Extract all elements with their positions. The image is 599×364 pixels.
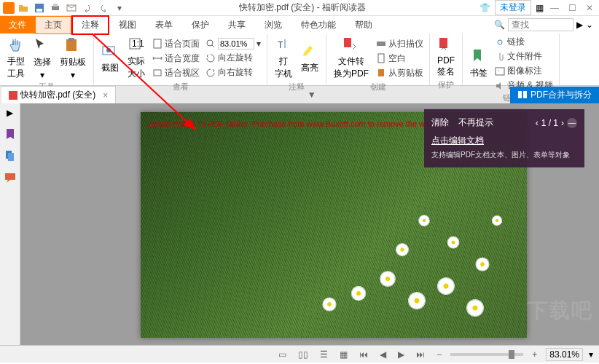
document-tab-label: 快转加密.pdf (安全) [20, 89, 95, 101]
convert-button[interactable]: 文件转 换为PDF [331, 35, 372, 82]
from-scanner-button[interactable]: 从扫描仪 [375, 37, 425, 51]
popup-close-icon[interactable]: — [567, 118, 577, 128]
search-input[interactable] [508, 18, 573, 31]
zoom-display[interactable]: 83.01% [546, 348, 583, 361]
ribbon-group-tools: 手型 工具 选择▾ 剪贴板▾ 工具 [0, 33, 94, 85]
tab-form[interactable]: 表单 [146, 16, 182, 34]
merge-icon [517, 90, 528, 100]
highlight-button[interactable]: 高亮 [298, 41, 321, 76]
fit-page-button[interactable]: 适合页面 [151, 37, 201, 51]
svg-rect-27 [5, 173, 15, 180]
menubar: 文件 主页 注释 视图 表单 保护 共享 浏览 特色功能 帮助 🔍 ▶ ⌄ [0, 16, 599, 33]
svg-rect-16 [377, 41, 385, 46]
minimize-button[interactable]: — [548, 3, 561, 13]
pdf-sign-button[interactable]: PDF 签名 [434, 35, 458, 79]
save-icon[interactable] [34, 2, 45, 14]
print-icon[interactable] [50, 2, 61, 14]
popup-clear-button[interactable]: 清除 [431, 117, 449, 127]
svg-text:T: T [278, 40, 283, 50]
view-mode-4-icon[interactable]: ▦ [337, 348, 351, 361]
tab-close-icon[interactable]: × [103, 90, 108, 100]
document-area[interactable]: Boxoft Image To PDF Demo. Purchase from … [20, 103, 599, 345]
close-button[interactable]: ✕ [583, 3, 596, 13]
popup-dont-show-button[interactable]: 不再提示 [458, 117, 493, 127]
view-mode-2-icon[interactable]: ▯▯ [295, 348, 311, 361]
blank-button[interactable]: 空白 [375, 52, 425, 66]
zoom-control[interactable]: ▾ [204, 37, 262, 50]
edit-popup: 清除 不再提示 ‹ 1 / 1 › — 点击编辑文档 支持编辑PDF文档文本、图… [424, 109, 584, 167]
tab-dropdown-icon[interactable]: ▼ [308, 90, 316, 100]
document-tab[interactable]: 快转加密.pdf (安全) × [1, 86, 116, 103]
typewriter-button[interactable]: T打 字机 [272, 35, 295, 82]
zoom-out-icon[interactable]: − [434, 348, 445, 361]
nav-expand-icon[interactable]: ▶ [7, 108, 13, 118]
rotate-right-button[interactable]: 向右旋转 [204, 66, 262, 79]
bookmark-button[interactable]: 书签 [467, 47, 490, 81]
skin-icon[interactable]: 👕 [479, 3, 490, 13]
qat-dropdown-icon[interactable]: ▾ [114, 2, 125, 14]
tab-share[interactable]: 共享 [219, 16, 255, 34]
pages-panel-icon[interactable] [4, 150, 16, 162]
image-annot-button[interactable]: 图像标注 [493, 64, 555, 78]
tab-browse[interactable]: 浏览 [255, 16, 291, 34]
collapse-ribbon-icon[interactable]: ⌄ [586, 20, 593, 30]
merge-split-button[interactable]: PDF合并与拆分 [510, 87, 599, 103]
grid-icon[interactable]: ▦ [536, 3, 544, 13]
popup-next-icon[interactable]: › [561, 118, 564, 128]
popup-title[interactable]: 点击编辑文档 [431, 135, 577, 147]
tab-annotate[interactable]: 注释 [71, 15, 109, 35]
search-go-icon[interactable]: ▶ [576, 20, 583, 30]
view-mode-1-icon[interactable]: ▭ [275, 348, 289, 361]
ribbon-group-protect: PDF 签名 保护 [430, 33, 463, 85]
login-button[interactable]: 未登录 [495, 0, 531, 15]
links-button[interactable]: 链接 [493, 35, 555, 49]
window-title: 快转加密.pdf (安全) - 福昕阅读器 [125, 1, 479, 14]
zoom-in-icon[interactable]: + [529, 348, 540, 361]
pdf-icon [9, 91, 17, 100]
redo-icon[interactable] [98, 2, 109, 14]
tab-help[interactable]: 帮助 [345, 16, 382, 34]
quick-access-toolbar: ▾ [17, 2, 125, 14]
zoom-slider[interactable] [450, 353, 523, 356]
zoom-input[interactable] [218, 38, 254, 50]
clipboard-button[interactable]: 剪贴板▾ [57, 36, 89, 82]
fit-visible-button[interactable]: 适合视区 [151, 66, 201, 80]
view-mode-3-icon[interactable]: ☰ [317, 348, 331, 361]
bookmark-panel-icon[interactable] [4, 128, 16, 140]
tab-protect[interactable]: 保护 [182, 16, 219, 34]
rotate-left-button[interactable]: 向左旋转 [204, 51, 262, 65]
app-icon [3, 2, 15, 14]
tab-features[interactable]: 特色功能 [291, 16, 345, 34]
popup-prev-icon[interactable]: ‹ [536, 118, 539, 128]
svg-rect-5 [66, 39, 77, 51]
ribbon-group-create: 文件转 换为PDF 从扫描仪 空白 从剪贴板 创建 [326, 33, 430, 85]
svg-point-13 [207, 40, 213, 46]
select-tool-button[interactable]: 选择▾ [31, 36, 54, 82]
group-label-view: 查看 [173, 82, 189, 92]
open-icon[interactable] [17, 2, 29, 14]
hand-tool-button[interactable]: 手型 工具 [4, 35, 28, 82]
fit-width-button[interactable]: 适合宽度 [151, 52, 201, 66]
screenshot-button[interactable]: 截图 [98, 41, 122, 76]
tab-home[interactable]: 主页 [35, 16, 71, 34]
undo-icon[interactable] [82, 2, 93, 14]
prev-page-icon[interactable]: ◀ [377, 348, 389, 361]
zoom-dropdown-icon[interactable]: ▾ [589, 349, 593, 360]
maximize-button[interactable]: ☐ [565, 3, 579, 13]
svg-rect-17 [378, 54, 384, 63]
email-icon[interactable] [66, 2, 77, 14]
next-page-icon[interactable]: ▶ [395, 348, 407, 361]
download-watermark: 下载吧 [528, 297, 593, 325]
from-clipboard-button[interactable]: 从剪贴板 [375, 66, 425, 80]
file-tab[interactable]: 文件 [0, 16, 35, 33]
attachment-button[interactable]: 文件附件 [493, 50, 555, 63]
first-page-icon[interactable]: ⏮ [356, 348, 371, 361]
search-icon[interactable]: 🔍 [494, 20, 505, 30]
last-page-icon[interactable]: ⏭ [413, 348, 428, 361]
ribbon-group-annotate: T打 字机 高亮 注释 [267, 33, 326, 85]
statusbar: ▭ ▯▯ ☰ ▦ ⏮ ◀ ▶ ⏭ − + 83.01% ▾ [0, 345, 599, 363]
comments-panel-icon[interactable] [4, 172, 16, 183]
actual-size-button[interactable]: 1:1实际 大小 [125, 35, 148, 82]
svg-rect-15 [344, 38, 351, 47]
tab-view[interactable]: 视图 [109, 16, 146, 34]
